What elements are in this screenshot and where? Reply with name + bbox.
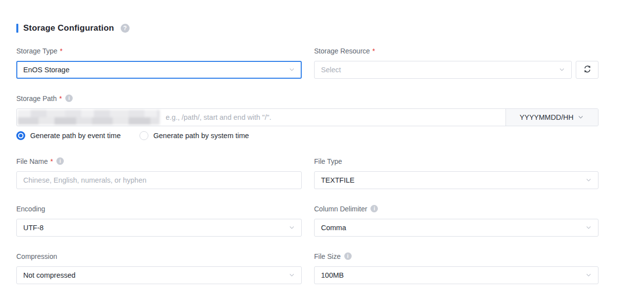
info-icon[interactable]: i — [370, 205, 378, 212]
storage-resource-placeholder: Select — [321, 66, 341, 74]
redacted-path-prefix — [18, 110, 160, 125]
file-name-input[interactable] — [16, 171, 302, 189]
radio-unselected-icon — [139, 131, 148, 140]
path-time-format-value: YYYYMMDD/HH — [520, 113, 574, 121]
chevron-down-icon — [585, 177, 592, 184]
refresh-icon — [583, 64, 592, 76]
field-compression: Compression Not compressed — [16, 252, 302, 284]
chevron-down-icon — [585, 224, 592, 231]
question-icon[interactable]: ? — [121, 24, 130, 33]
field-file-size: File Size i 100MB — [314, 252, 598, 284]
field-storage-resource: Storage Resource * Select — [314, 47, 598, 79]
storage-type-select[interactable]: EnOS Storage — [16, 61, 302, 79]
storage-resource-select[interactable]: Select — [314, 61, 572, 79]
chevron-down-icon — [585, 272, 592, 279]
field-file-type: File Type TEXTFILE — [314, 157, 598, 189]
required-asterisk: * — [59, 95, 62, 102]
chevron-down-icon — [288, 224, 295, 231]
radio-selected-icon — [16, 131, 25, 140]
file-size-select[interactable]: 100MB — [314, 266, 598, 284]
row-filename-filetype: File Name * i File Type TEXTFILE — [16, 157, 598, 189]
storage-type-value: EnOS Storage — [23, 66, 70, 74]
storage-path-input[interactable]: e.g., /path/, start and end with "/". — [17, 109, 506, 126]
section-header: Storage Configuration ? — [16, 23, 598, 33]
file-type-select[interactable]: TEXTFILE — [314, 171, 598, 189]
chevron-down-icon — [288, 66, 295, 73]
radio-generate-by-event-time[interactable]: Generate path by event time — [16, 131, 121, 140]
file-type-label: File Type — [314, 157, 598, 165]
row-compression-filesize: Compression Not compressed File Size i 1… — [16, 252, 598, 284]
storage-path-placeholder: e.g., /path/, start and end with "/". — [166, 113, 271, 121]
row-storage-type-resource: Storage Type * EnOS Storage Storage Reso… — [16, 47, 598, 79]
encoding-select[interactable]: UTF-8 — [16, 219, 302, 237]
field-storage-path: Storage Path * i e.g., /path/, start and… — [16, 94, 598, 140]
storage-type-label: Storage Type * — [16, 47, 302, 55]
field-storage-type: Storage Type * EnOS Storage — [16, 47, 302, 79]
required-asterisk: * — [60, 47, 62, 55]
path-time-format-select[interactable]: YYYYMMDD/HH — [506, 109, 598, 126]
file-name-label: File Name * i — [16, 157, 302, 165]
accent-bar — [16, 24, 18, 33]
storage-path-input-group: e.g., /path/, start and end with "/". YY… — [16, 108, 598, 126]
row-encoding-delimiter: Encoding UTF-8 Column Delimiter i Comma — [16, 204, 598, 237]
field-column-delimiter: Column Delimiter i Comma — [314, 204, 598, 237]
file-size-label: File Size i — [314, 252, 598, 260]
field-file-name: File Name * i — [16, 157, 302, 189]
required-asterisk: * — [372, 47, 375, 55]
page-title: Storage Configuration — [23, 23, 114, 33]
chevron-down-icon — [288, 272, 295, 279]
compression-select[interactable]: Not compressed — [16, 266, 302, 284]
chevron-down-icon — [558, 66, 565, 73]
storage-path-label: Storage Path * i — [16, 94, 598, 102]
column-delimiter-select[interactable]: Comma — [314, 219, 598, 237]
refresh-button[interactable] — [576, 61, 598, 79]
column-delimiter-label: Column Delimiter i — [314, 204, 598, 213]
compression-label: Compression — [16, 252, 302, 260]
field-encoding: Encoding UTF-8 — [16, 204, 302, 237]
storage-resource-label: Storage Resource * — [314, 47, 598, 55]
info-icon[interactable]: i — [344, 252, 352, 260]
info-icon[interactable]: i — [65, 95, 73, 102]
info-icon[interactable]: i — [56, 157, 64, 165]
storage-configuration-panel: Storage Configuration ? Storage Type * E… — [0, 0, 598, 284]
radio-generate-by-system-time[interactable]: Generate path by system time — [139, 131, 249, 140]
path-generation-radio-group: Generate path by event time Generate pat… — [16, 131, 598, 140]
chevron-down-icon — [577, 114, 584, 121]
required-asterisk: * — [50, 157, 53, 165]
encoding-label: Encoding — [16, 204, 302, 213]
